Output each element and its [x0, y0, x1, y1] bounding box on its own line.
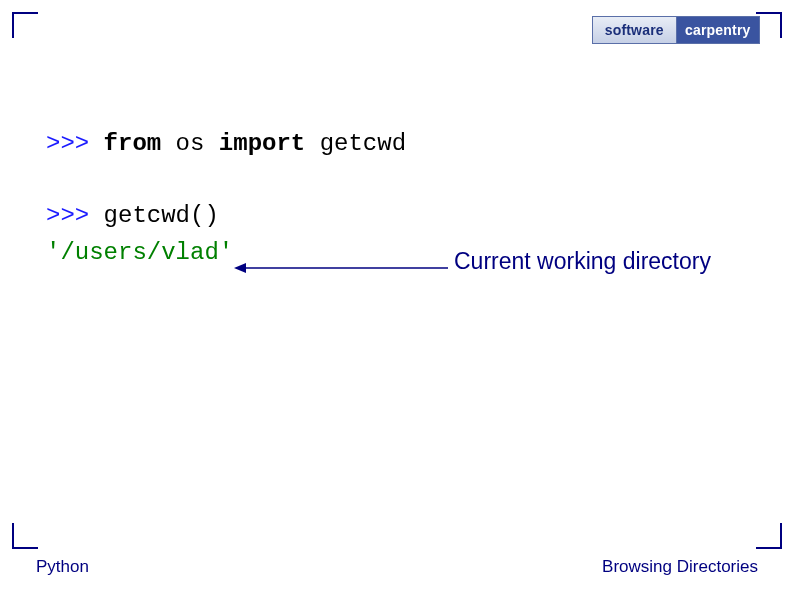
software-carpentry-logo: software carpentry: [592, 16, 760, 44]
repl-prompt: >>>: [46, 130, 104, 157]
code-line-call: >>> getcwd(): [46, 200, 406, 232]
code-text: os: [161, 130, 219, 157]
slide: software carpentry >>> from os import ge…: [0, 0, 794, 595]
footer-right: Browsing Directories: [602, 557, 758, 577]
code-line-import: >>> from os import getcwd: [46, 128, 406, 160]
keyword-from: from: [104, 130, 162, 157]
blank-line: [46, 164, 406, 200]
svg-marker-1: [234, 263, 246, 273]
annotation-arrow-icon: [234, 261, 448, 275]
corner-bracket-bottom-right: [756, 523, 782, 549]
keyword-import: import: [219, 130, 305, 157]
code-text: getcwd(): [104, 202, 219, 229]
code-block: >>> from os import getcwd >>> getcwd() '…: [46, 128, 406, 273]
code-text: getcwd: [305, 130, 406, 157]
footer-left: Python: [36, 557, 89, 577]
repl-output: '/users/vlad': [46, 239, 233, 266]
corner-bracket-top-left: [12, 12, 38, 38]
logo-left-text: software: [593, 17, 677, 43]
logo-right-text: carpentry: [677, 17, 760, 43]
annotation-label: Current working directory: [454, 248, 711, 275]
corner-bracket-bottom-left: [12, 523, 38, 549]
repl-prompt: >>>: [46, 202, 104, 229]
